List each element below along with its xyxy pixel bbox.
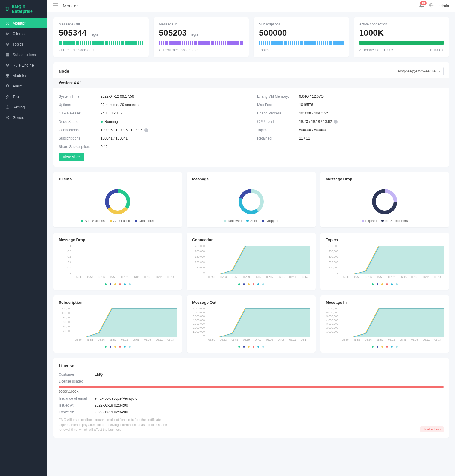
legend-dot	[124, 346, 126, 348]
sidebar-item-label: Setting	[13, 105, 25, 109]
node-value: 30 minutes, 29 seconds	[101, 103, 139, 107]
y-axis: 500,000400,000300,000200,000100,0000	[326, 244, 338, 274]
svg-marker-30	[339, 246, 444, 274]
node-value: 1048576	[299, 103, 313, 107]
node-value: 201000 / 2097152	[299, 111, 328, 115]
node-value: 11 / 11	[299, 136, 310, 140]
legend-dot	[119, 283, 121, 285]
sidebar-item-alarm[interactable]: Alarm	[0, 81, 47, 91]
node-key: Topics:	[257, 128, 299, 132]
legend-dot	[129, 346, 131, 348]
svg-marker-31	[72, 309, 177, 337]
node-value: 199996 / 199996 / 199996 ?	[101, 128, 148, 132]
legend-dot	[257, 283, 259, 285]
node-key: CPU Load:	[257, 120, 299, 124]
y-axis: 10.80.60.40.20	[59, 244, 71, 274]
sidebar-item-subscriptions[interactable]: Subscriptions	[0, 49, 47, 60]
chart-legend-dots	[59, 346, 177, 348]
help-icon[interactable]: ?	[144, 128, 148, 132]
stat-value: 1000K	[359, 28, 444, 38]
node-row: Uptime:30 minutes, 29 seconds	[59, 101, 245, 109]
chevron-down-icon	[36, 64, 39, 67]
x-axis: 05:5005:5305:5605:5906:0206:0506:0806:11…	[72, 337, 177, 341]
node-key: Subscriptions:	[59, 136, 101, 140]
sidebar-item-monitor[interactable]: Monitor	[0, 18, 47, 28]
page-title: Monitor	[63, 3, 78, 8]
node-key: Erlang VM Memory:	[257, 94, 299, 99]
x-axis: 05:5005:5305:5605:5906:0206:0506:0806:11…	[206, 274, 310, 279]
x-axis: 05:5005:5305:5605:5906:0206:0506:0806:11…	[206, 337, 310, 341]
chart-legend: ReceivedSentDropped	[192, 219, 310, 223]
stat-value: 505203msg/s	[159, 28, 244, 38]
area-card-connection: Connection250,000200,000150,000100,00050…	[187, 233, 316, 290]
license-customer-v: EMQ	[95, 372, 103, 377]
area-card-message-drop: Message Drop10.80.60.40.2005:5005:5305:5…	[53, 233, 182, 290]
svg-point-11	[6, 64, 7, 64]
stat-footer-left: All connection: 1000K	[359, 48, 394, 52]
svg-point-3	[7, 32, 8, 34]
area-row-2: Subscription120,000100,00080,00060,00040…	[53, 295, 449, 353]
logo-icon	[5, 6, 10, 12]
donut-card-clients: ClientsAuth SuccessAuth FailedConnected	[53, 172, 182, 227]
sidebar-item-rule-engine[interactable]: Rule Engine	[0, 60, 47, 70]
legend-dot	[243, 283, 245, 285]
stat-card-message-in: Message In505203msg/sCurrent message-in …	[154, 17, 249, 57]
legend-item: Sent	[246, 219, 257, 223]
language-button[interactable]	[429, 3, 434, 9]
sidebar-item-general[interactable]: General	[0, 112, 47, 123]
sidebar-item-label: Monitor	[13, 21, 25, 25]
area-chart	[72, 307, 177, 337]
node-row: Erlang VM Memory:9.64G / 12.07G	[257, 92, 444, 101]
legend-dot	[377, 283, 378, 285]
legend-item: No Subscribers	[381, 219, 408, 223]
node-row: Share Subscription:0 / 0	[59, 143, 245, 151]
svg-point-5	[6, 43, 7, 43]
sidebar-item-label: Rule Engine	[13, 63, 34, 67]
legend-dot	[372, 346, 374, 348]
svg-marker-29	[206, 246, 310, 274]
menu-toggle-icon[interactable]	[53, 3, 58, 8]
sidebar-item-topics[interactable]: Topics	[0, 39, 47, 49]
sidebar-item-tool[interactable]: Tool	[0, 91, 47, 102]
help-icon[interactable]: ?	[334, 120, 338, 124]
sidebar-item-label: Subscriptions	[13, 52, 36, 57]
stat-value: 505344msg/s	[59, 28, 143, 38]
node-key: Connections:	[59, 128, 101, 132]
version-value: 4.4.1	[74, 81, 82, 85]
legend-dot	[372, 283, 374, 285]
svg-point-18	[7, 107, 8, 108]
legend-dot	[396, 283, 398, 285]
license-email-v: emqx-bc-devops@emqx.io	[95, 396, 137, 401]
brand-text: EMQ X Enterprise	[12, 4, 43, 14]
sidebar-item-modules[interactable]: Modules	[0, 70, 47, 81]
legend-dot	[238, 283, 240, 285]
legend-item: Connected	[135, 219, 154, 223]
node-row: CPU Load:18.73 / 18.18 / 13.62 ?	[257, 117, 444, 126]
sidebar-item-label: Clients	[13, 31, 25, 36]
chart-title: Message In	[326, 300, 444, 305]
chart-legend-dots	[326, 346, 444, 348]
license-card: License Customer:EMQ License usage: 1000…	[53, 358, 449, 438]
license-usage-k: License usage:	[59, 379, 95, 383]
stat-card-message-out: Message Out505344msg/sCurrent message-ou…	[53, 17, 149, 57]
chart-legend: ExpiredNo Subscribers	[326, 219, 444, 223]
donut-chart	[103, 187, 133, 217]
chart-legend-dots	[326, 283, 444, 285]
stat-footer-left: Current message-in rate	[159, 48, 198, 52]
node-key: Max Fds:	[257, 103, 299, 107]
legend-dot	[114, 346, 116, 348]
user-label[interactable]: admin	[439, 4, 449, 8]
node-value: 100041 / 100041	[101, 136, 128, 140]
legend-dot	[105, 346, 107, 348]
node-select[interactable]: emqx-ee@emqx-ee-3.e	[395, 67, 444, 75]
license-usage-v: 1000K/1000K	[59, 390, 444, 393]
notifications-button[interactable]: 10	[419, 3, 424, 9]
sidebar-item-setting[interactable]: Setting	[0, 102, 47, 112]
legend-dot	[381, 283, 383, 285]
node-key: Uptime:	[59, 103, 101, 107]
license-expire-v: 2022-08-19 02:34:00	[95, 410, 128, 414]
sidebar-item-clients[interactable]: Clients	[0, 28, 47, 39]
legend-item: Auth Failed	[110, 219, 130, 223]
logo: EMQ X Enterprise	[0, 0, 47, 18]
view-more-button[interactable]: View More	[59, 153, 84, 161]
